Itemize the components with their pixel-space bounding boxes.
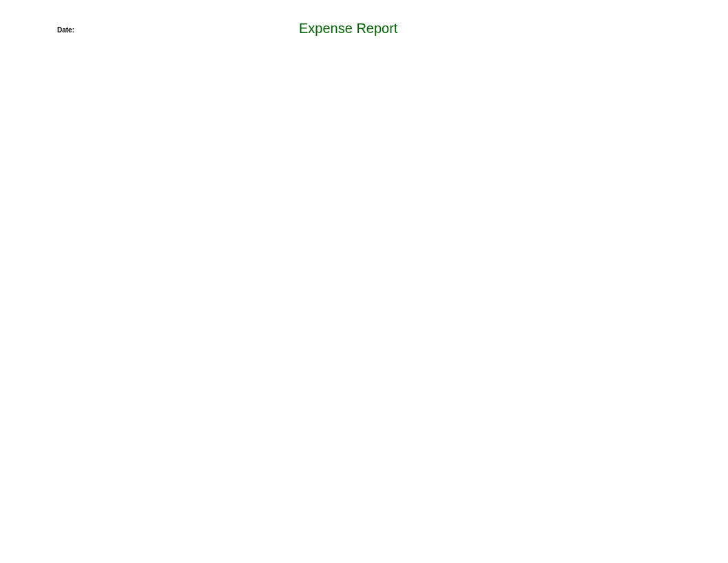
page-title: Expense Report (299, 21, 397, 37)
date-label: Date: (57, 26, 74, 34)
